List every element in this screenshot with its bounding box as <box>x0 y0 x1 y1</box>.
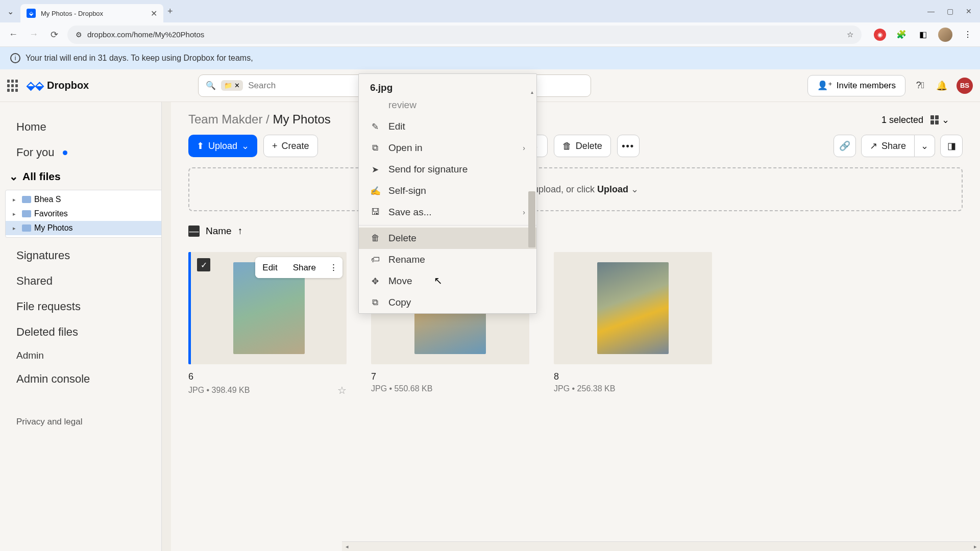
more-actions-button[interactable]: ••• <box>617 135 640 157</box>
context-scrollbar[interactable]: ▴ <box>528 89 535 312</box>
create-button[interactable]: + Create <box>263 135 318 157</box>
scroll-thumb[interactable] <box>528 191 535 247</box>
context-item-copy[interactable]: ⧉ Copy <box>359 292 536 313</box>
sidebar-privacy[interactable]: Privacy and legal <box>0 412 171 432</box>
scroll-up-icon[interactable]: ▴ <box>528 89 535 95</box>
hover-more-button[interactable]: ⋮ <box>324 257 342 278</box>
caret-icon[interactable]: ▸ <box>13 225 19 232</box>
upload-button[interactable]: ⬆ Upload ⌄ <box>188 135 257 157</box>
dropzone-upload-link[interactable]: Upload <box>597 184 628 194</box>
signature-icon: ✍ <box>370 186 380 196</box>
close-tab-icon[interactable]: ✕ <box>151 9 157 18</box>
sidebar-signatures[interactable]: Signatures <box>0 243 171 268</box>
browser-tab[interactable]: ⬙ My Photos - Dropbox ✕ <box>20 4 163 22</box>
sidebar-admin-console[interactable]: Admin console <box>0 366 171 392</box>
dropbox-logo[interactable]: ⬙⬙ Dropbox <box>27 79 89 92</box>
search-folder-chip[interactable]: 📁 ✕ <box>221 80 243 91</box>
column-name[interactable]: Name <box>206 226 232 237</box>
file-card[interactable]: ✓ Edit Share ⋮ 6 JPG • 398.49 KB ☆ <box>188 252 347 396</box>
extensions-puzzle-icon[interactable]: 🧩 <box>895 29 908 41</box>
context-item-open-in[interactable]: ⧉ Open in › <box>359 137 536 159</box>
file-card[interactable]: 8 JPG • 256.38 KB <box>554 252 712 396</box>
context-item-self-sign[interactable]: ✍ Self-sign <box>359 180 536 202</box>
site-settings-icon[interactable]: ⚙ <box>76 31 82 39</box>
address-bar[interactable]: ⚙ dropbox.com/home/My%20Photos ☆ <box>67 26 862 44</box>
maximize-icon[interactable]: ▢ <box>947 7 953 15</box>
sidebar-deleted[interactable]: Deleted files <box>0 319 171 345</box>
rename-icon: 🏷 <box>370 255 380 265</box>
context-item-review[interactable]: review <box>359 98 536 116</box>
side-panel-icon[interactable]: ◧ <box>917 29 929 41</box>
hover-share-button[interactable]: Share <box>286 257 323 278</box>
account-avatar[interactable]: BS <box>957 78 973 94</box>
horizontal-scrollbar[interactable]: ◂ ▸ <box>342 541 980 551</box>
file-name[interactable]: 7 <box>371 371 529 382</box>
url-text: dropbox.com/home/My%20Photos <box>87 30 204 39</box>
new-tab-button[interactable]: + <box>167 6 173 17</box>
sidebar-for-you[interactable]: For you <box>0 140 171 165</box>
back-button[interactable]: ← <box>6 28 20 42</box>
tree-item-bhea[interactable]: ▸ Bhea S <box>6 192 165 207</box>
hover-edit-button[interactable]: Edit <box>255 257 284 278</box>
context-item-move[interactable]: ✥ Move <box>359 270 536 292</box>
details-panel-button[interactable]: ◨ <box>940 135 963 157</box>
selected-check-icon[interactable]: ✓ <box>197 258 210 271</box>
share-button[interactable]: ↗ Share <box>861 135 915 157</box>
thumbnail-image <box>597 262 669 354</box>
scroll-left-icon[interactable]: ◂ <box>342 543 352 550</box>
file-name[interactable]: 8 <box>554 371 712 382</box>
app-launcher-icon[interactable] <box>7 80 19 92</box>
forward-button[interactable]: → <box>27 28 41 42</box>
select-all-checkbox[interactable]: — <box>188 226 200 237</box>
caret-icon[interactable]: ▸ <box>13 211 19 217</box>
tree-item-my-photos[interactable]: ▸ My Photos <box>6 221 165 235</box>
ctx-label: review <box>388 99 416 111</box>
extension-icon[interactable]: ◉ <box>874 29 886 41</box>
sort-asc-icon[interactable]: ↑ <box>238 226 243 237</box>
context-item-rename[interactable]: 🏷 Rename <box>359 249 536 270</box>
chrome-menu-icon[interactable]: ⋮ <box>962 29 974 41</box>
file-thumbnail[interactable] <box>554 252 712 364</box>
help-icon[interactable]: ?⃝ <box>914 79 927 92</box>
notifications-icon[interactable]: 🔔 <box>935 79 948 92</box>
action-bar: ⬆ Upload ⌄ + Create en in ⌄ 🗑 Delete ••• <box>188 135 963 157</box>
reload-button[interactable]: ⟳ <box>47 28 61 42</box>
tab-list-dropdown[interactable]: ⌄ <box>4 5 16 17</box>
breadcrumb-parent[interactable]: Team Makder <box>188 112 262 126</box>
sidebar-scrollbar[interactable] <box>161 102 171 551</box>
file-name[interactable]: 6 <box>188 371 347 382</box>
sidebar-file-requests[interactable]: File requests <box>0 294 171 319</box>
share-dropdown-button[interactable]: ⌄ <box>915 135 935 157</box>
star-icon[interactable]: ☆ <box>337 384 347 396</box>
ctx-label: Send for signature <box>388 164 468 175</box>
delete-button[interactable]: 🗑 Delete <box>554 135 611 157</box>
share-label: Share <box>881 141 906 152</box>
minimize-icon[interactable]: — <box>927 7 935 15</box>
tree-item-favorites[interactable]: ▸ Favorites <box>6 207 165 221</box>
scroll-right-icon[interactable]: ▸ <box>970 543 980 550</box>
sidebar-shared[interactable]: Shared <box>0 268 171 294</box>
context-item-send-signature[interactable]: ➤ Send for signature <box>359 159 536 180</box>
caret-icon[interactable]: ▸ <box>13 196 19 203</box>
upload-icon: ⬆ <box>197 140 204 152</box>
sidebar-home[interactable]: Home <box>0 114 171 140</box>
move-icon: ✥ <box>370 276 380 287</box>
sidebar-all-files[interactable]: ⌄ All files <box>0 165 171 188</box>
bookmark-star-icon[interactable]: ☆ <box>847 30 853 39</box>
share-icon: ↗ <box>870 140 877 152</box>
context-item-delete[interactable]: 🗑 Delete <box>359 228 536 249</box>
close-window-icon[interactable]: ✕ <box>966 7 972 15</box>
copy-link-button[interactable]: 🔗 <box>834 135 856 157</box>
all-files-label: All files <box>22 170 61 183</box>
context-item-save-as[interactable]: 🖫 Save as... › <box>359 202 536 223</box>
ctx-label: Self-sign <box>388 185 426 196</box>
chip-close-icon[interactable]: ✕ <box>234 82 240 89</box>
profile-avatar-icon[interactable] <box>938 28 952 42</box>
file-thumbnail[interactable]: ✓ Edit Share ⋮ <box>188 252 347 364</box>
context-item-edit[interactable]: ✎ Edit <box>359 116 536 137</box>
invite-members-button[interactable]: 👤⁺ Invite members <box>807 75 905 96</box>
breadcrumb-current: My Photos <box>273 112 330 126</box>
chevron-right-icon: › <box>523 208 525 216</box>
view-toggle[interactable]: ⌄ <box>930 114 949 126</box>
upload-dropzone[interactable]: re to upload, or click Upload ⌄ <box>188 167 963 211</box>
